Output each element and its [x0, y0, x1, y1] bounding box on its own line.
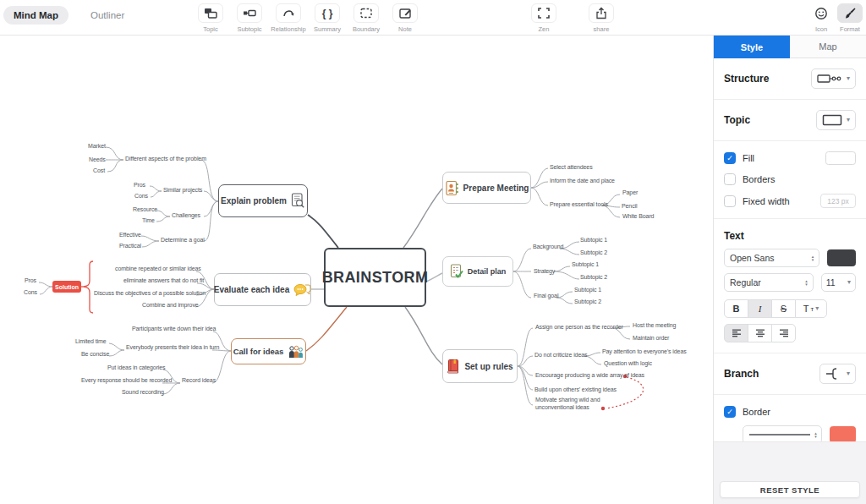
branch-color-swatch[interactable] [830, 426, 856, 443]
subtopic-discuss-objectives[interactable]: Discuss the objectives of a possible sol… [94, 290, 206, 298]
subtopic-cost[interactable]: Cost [93, 167, 105, 175]
format-panel-tool[interactable]: Format [836, 3, 864, 33]
subtopic-determine-goal[interactable]: Determine a goal [161, 237, 205, 244]
topic-explain-problem[interactable]: Explain problem [218, 184, 308, 217]
boundary-tool[interactable]: Boundary [347, 3, 386, 33]
italic-button[interactable]: I [748, 299, 772, 318]
subtopic-participants-write[interactable]: Participants write down their idea [132, 326, 216, 333]
subtopic-prepare-tools[interactable]: Prepare essential tools [550, 201, 608, 209]
subtopic-tool[interactable]: Subtopic [230, 3, 269, 33]
subtopic-everybody-presents[interactable]: Everybody presents their idea in turn [126, 344, 219, 352]
subtopic-encourage-ideas[interactable]: Encourage producing a wide array of idea… [535, 372, 644, 380]
subtopic-select-attendees[interactable]: Select attendees [550, 164, 593, 172]
root-topic[interactable]: BRAINSTORM [324, 248, 426, 307]
subtopic-effective[interactable]: Effective [119, 232, 141, 239]
text-align-group [724, 324, 796, 342]
structure-dropdown[interactable]: ▾ [811, 68, 856, 89]
fixed-width-input[interactable] [820, 194, 856, 208]
align-left-button[interactable] [724, 324, 748, 342]
subtopic-every-response[interactable]: Every response should be recorded [81, 377, 172, 385]
subtopic-time[interactable]: Time [142, 217, 155, 225]
subtopic-strategy[interactable]: Strategy [534, 268, 555, 276]
fill-checkbox[interactable]: ✓ [724, 152, 736, 164]
subtopic-white-board[interactable]: White Board [622, 213, 654, 221]
zen-tool[interactable]: Zen [524, 3, 563, 33]
subtopic-combine-repeated[interactable]: combine repeated or similar ideas [115, 266, 201, 273]
subtopic-strategy-subtopic-2[interactable]: Subtopic 2 [580, 274, 607, 282]
bold-button[interactable]: B [724, 299, 748, 318]
subtopic-goal-subtopic-1[interactable]: Subtopic 1 [574, 287, 601, 294]
font-weight-select[interactable]: Regular ▴▾ [724, 273, 814, 292]
subtopic-aspects[interactable]: Different aspects of the problem [125, 156, 206, 163]
fixed-width-checkbox[interactable] [724, 195, 736, 207]
subtopic-similar-projects[interactable]: Similar projects [163, 187, 202, 194]
strikethrough-button[interactable]: S [771, 299, 796, 318]
subtopic-solution-cons[interactable]: Cons [24, 289, 37, 297]
subtopic-maintain-order[interactable]: Maintain order [633, 335, 669, 342]
mindmap-canvas[interactable]: BRAINSTORM Explain problem Evaluate each… [0, 36, 713, 504]
tab-map[interactable]: Map [790, 36, 866, 58]
branch-style-dropdown[interactable]: ▾ [819, 364, 856, 384]
tab-outliner[interactable]: Outliner [80, 6, 134, 25]
subtopic-bg-subtopic-2[interactable]: Subtopic 2 [580, 249, 607, 257]
icon-panel-tool[interactable]: Icon [807, 3, 836, 33]
subtopic-needs[interactable]: Needs [89, 156, 106, 164]
topic-set-up-rules[interactable]: Set up rules [442, 349, 518, 383]
subtopic-limited-time[interactable]: Limited time [75, 338, 107, 346]
topic-tool[interactable]: Topic [191, 3, 230, 33]
subtopic-strategy-subtopic-1[interactable]: Subtopic 1 [572, 261, 599, 269]
case-big: T [803, 304, 809, 314]
reset-style-button[interactable]: RESET STYLE [720, 481, 860, 498]
topic-detail-plan[interactable]: Detail plan [442, 256, 513, 287]
align-right-button[interactable] [771, 324, 796, 342]
subtopic-challenges[interactable]: Challenges [172, 212, 200, 220]
subtopic-be-concise[interactable]: Be concise [81, 351, 109, 359]
subtopic-pay-attention[interactable]: Pay attention to everyone's ideas [602, 348, 687, 356]
text-case-button[interactable]: Tт ▾ [795, 299, 827, 318]
subtopic-pros[interactable]: Pros [134, 182, 145, 189]
topic-shape-dropdown[interactable]: ▾ [816, 110, 856, 130]
subtopic-eliminate-answers[interactable]: eliminate answers that do not fit [123, 277, 204, 285]
subtopic-practical[interactable]: Practical [119, 243, 141, 250]
subtopic-pencil[interactable]: Pencil [622, 203, 637, 211]
subtopic-no-criticize[interactable]: Do not criticize ideas [534, 352, 587, 359]
subtopic-resource[interactable]: Resource [133, 206, 157, 214]
subtopic-inform-date-place[interactable]: Inform the date and place [550, 178, 615, 185]
topic-prepare-meeting[interactable]: Prepare Meeting [442, 172, 531, 204]
subtopic-paper[interactable]: Paper [622, 189, 638, 197]
summary-tool[interactable]: { } Summary [308, 3, 347, 33]
topic-call-for-ideas[interactable]: Call for ideas [231, 338, 306, 364]
note-tool[interactable]: Note [386, 3, 425, 33]
subtopic-host-meeting[interactable]: Host the meeting [633, 322, 676, 330]
text-color-swatch[interactable] [827, 249, 856, 266]
subtopic-build-upon[interactable]: Build upon others' existing ideas [534, 386, 617, 394]
subtopic-sound-recording[interactable]: Sound recording [122, 389, 164, 397]
share-tool[interactable]: share [582, 3, 621, 33]
topic-solution[interactable]: Solution [52, 281, 81, 293]
subtopic-final-goal[interactable]: Final goal [534, 293, 558, 300]
subtopic-background[interactable]: Background [533, 244, 563, 251]
subtopic-question-logic[interactable]: Question with logic [604, 360, 652, 368]
topic-label: Detail plan [468, 267, 507, 276]
subtopic-combine-improve[interactable]: Combine and improve [142, 302, 199, 310]
chevron-down-icon: ▾ [847, 117, 850, 123]
subtopic-cons[interactable]: Cons [134, 193, 148, 200]
align-center-button[interactable] [748, 324, 772, 342]
font-size-select[interactable]: 11 ▾ [821, 273, 856, 292]
fill-color-swatch[interactable] [825, 151, 856, 165]
subtopic-put-ideas[interactable]: Put ideas in categories [107, 364, 166, 372]
subtopic-market[interactable]: Market [88, 143, 106, 151]
subtopic-record-ideas[interactable]: Record ideas [182, 377, 216, 385]
subtopic-goal-subtopic-2[interactable]: Subtopic 2 [574, 299, 601, 306]
border-checkbox[interactable]: ✓ [724, 406, 736, 418]
relationship-tool[interactable]: Relationship [269, 3, 308, 33]
topic-evaluate-each-idea[interactable]: Evaluate each idea [214, 273, 311, 306]
subtopic-solution-pros[interactable]: Pros [25, 277, 36, 285]
subtopic-bg-subtopic-1[interactable]: Subtopic 1 [580, 237, 607, 244]
tab-mind-map[interactable]: Mind Map [3, 6, 69, 25]
subtopic-assign-recorder[interactable]: Assign one person as the recorder [535, 324, 623, 331]
font-family-select[interactable]: Open Sans ▴▾ [724, 249, 819, 267]
subtopic-motivate-sharing[interactable]: Motivate sharing wild and unconventional… [535, 397, 635, 412]
borders-checkbox[interactable] [724, 173, 736, 185]
tab-style[interactable]: Style [714, 36, 790, 58]
